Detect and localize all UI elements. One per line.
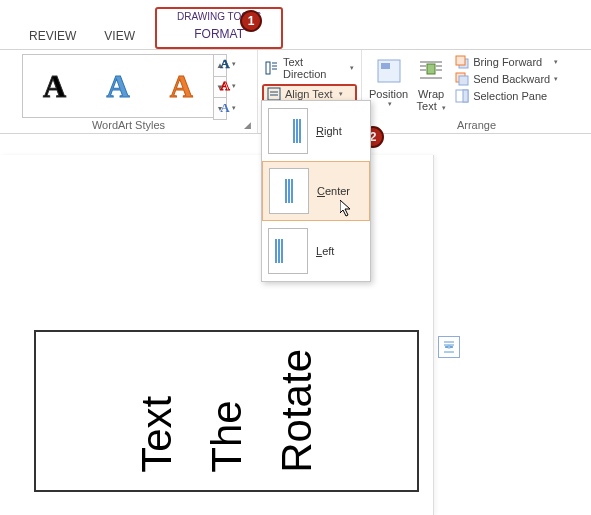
layout-options-button[interactable] [438, 336, 460, 358]
group-arrange: Position ▾ Wrap Text ▾ Bring Forward [362, 50, 591, 133]
dropdown-arrow-icon: ▾ [388, 100, 392, 108]
cursor-icon [340, 200, 354, 218]
tab-view[interactable]: VIEW [90, 23, 149, 49]
position-button[interactable]: Position ▾ [367, 54, 410, 112]
svg-rect-19 [459, 76, 468, 85]
position-label: Position [369, 88, 408, 100]
svg-rect-12 [427, 64, 435, 74]
selection-pane-label: Selection Pane [473, 90, 547, 102]
align-text-dropdown: Right Center Left [261, 100, 371, 282]
svg-rect-17 [456, 56, 465, 65]
wordart-gallery[interactable]: A A A ▲ ▼ ▾ [22, 54, 214, 118]
align-right-label: Right [316, 125, 342, 137]
dropdown-arrow-icon: ▾ [554, 58, 558, 66]
callout-badge-1: 1 [240, 10, 262, 32]
wordart-style-3[interactable]: A [170, 68, 193, 105]
align-text-icon [267, 87, 281, 101]
dropdown-arrow-icon: ▾ [350, 64, 354, 72]
selection-pane-button[interactable]: Selection Pane [452, 88, 561, 104]
contextual-tab-header: DRAWING TOOLS [157, 9, 281, 22]
textbox-word-1: Rotate [273, 349, 321, 473]
align-text-label: Align Text [285, 88, 333, 100]
wrap-text-label-2: Text [417, 100, 437, 112]
align-right-icon [268, 108, 308, 154]
bring-forward-icon [455, 55, 469, 69]
group-label-wordart: WordArt Styles [0, 119, 257, 133]
text-outline-button[interactable]: A▾ [218, 76, 238, 96]
dropdown-arrow-icon: ▾ [339, 90, 343, 98]
send-backward-label: Send Backward [473, 73, 550, 85]
send-backward-button[interactable]: Send Backward ▾ [452, 71, 561, 87]
send-backward-icon [455, 72, 469, 86]
wrap-text-button[interactable]: Wrap Text ▾ [414, 54, 448, 112]
align-text-right-item[interactable]: Right [262, 101, 370, 161]
align-center-icon [269, 168, 309, 214]
tab-format[interactable]: FORMAT [157, 22, 281, 47]
tab-review[interactable]: REVIEW [15, 23, 90, 49]
wrap-text-icon [416, 56, 446, 86]
textbox-word-2: The [203, 349, 251, 473]
text-direction-button[interactable]: Text Direction ▾ [262, 54, 357, 82]
contextual-tab-drawing-tools[interactable]: DRAWING TOOLS FORMAT [155, 7, 283, 49]
bring-forward-label: Bring Forward [473, 56, 542, 68]
text-effects-button[interactable]: A▾ [218, 98, 238, 118]
align-text-left-item[interactable]: Left [262, 221, 370, 281]
svg-rect-0 [266, 62, 270, 74]
selection-pane-icon [455, 89, 469, 103]
bring-forward-button[interactable]: Bring Forward ▾ [452, 54, 561, 70]
align-center-label: Center [317, 185, 350, 197]
text-fill-button[interactable]: A▾ [218, 54, 238, 74]
dropdown-arrow-icon: ▾ [442, 104, 446, 111]
textbox-word-3: Text [133, 349, 181, 473]
group-wordart-styles: A A A ▲ ▼ ▾ A▾ A▾ A▾ WordArt Styles ◢ [0, 50, 258, 133]
svg-rect-4 [268, 88, 280, 100]
align-left-icon [268, 228, 308, 274]
wordart-style-2[interactable]: A [106, 68, 129, 105]
position-icon [374, 56, 404, 86]
group-label-arrange: Arrange [362, 119, 591, 133]
wordart-style-1[interactable]: A [43, 68, 66, 105]
svg-rect-21 [463, 90, 468, 102]
wrap-text-label-1: Wrap [418, 88, 444, 100]
svg-rect-8 [381, 63, 390, 69]
dropdown-arrow-icon: ▾ [554, 75, 558, 83]
dialog-launcher-wordart[interactable]: ◢ [244, 120, 254, 130]
align-left-label: Left [316, 245, 334, 257]
text-box[interactable]: Rotate The Text [34, 330, 419, 492]
text-direction-label: Text Direction [283, 56, 344, 80]
text-direction-icon [265, 61, 279, 75]
